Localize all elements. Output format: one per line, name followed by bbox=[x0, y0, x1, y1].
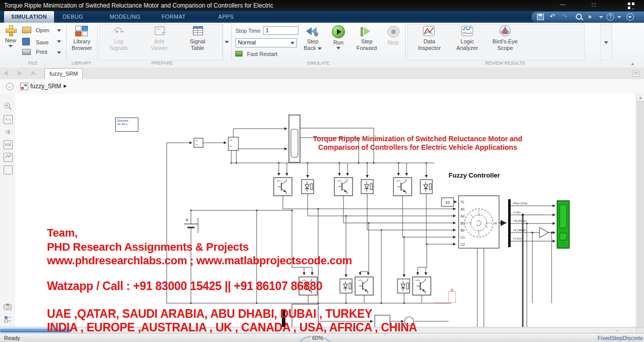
tab-debug[interactable]: DEBUG bbox=[56, 11, 90, 23]
fast-restart-toggle[interactable]: Fast Restart bbox=[235, 51, 277, 57]
diode-block[interactable] bbox=[302, 180, 314, 194]
annotation-icon[interactable]: A☰ bbox=[4, 140, 13, 149]
dotted-selection bbox=[434, 289, 456, 303]
diode-block[interactable] bbox=[340, 279, 352, 293]
model-browser-icon[interactable] bbox=[4, 316, 12, 324]
scroll-down-icon[interactable]: ⌄ bbox=[615, 327, 619, 332]
redo-icon[interactable]: ↷ bbox=[562, 13, 567, 20]
diode-block[interactable] bbox=[361, 180, 373, 194]
review-section-label: REVIEW RESULTS bbox=[477, 61, 533, 66]
fit-to-view-icon[interactable]: ↖↘ bbox=[4, 115, 13, 124]
signal-table-button[interactable]: Signal Table bbox=[184, 25, 211, 51]
step-forward-icon bbox=[361, 26, 374, 36]
print-button[interactable]: Print bbox=[22, 49, 47, 55]
model-tab-fuzzy-srm[interactable]: fuzzy_SRM bbox=[44, 68, 83, 80]
data-inspector-icon bbox=[423, 26, 435, 36]
step-back-button[interactable]: Step Back bbox=[301, 25, 324, 51]
run-icon bbox=[332, 25, 345, 38]
nav-forward-icon[interactable]: ⮞ bbox=[17, 69, 22, 77]
port-label: C1 bbox=[461, 236, 465, 239]
model-title-annotation: Torque Ripple Minimization of Switched R… bbox=[301, 135, 534, 152]
prepare-gallery-caret[interactable] bbox=[222, 24, 231, 60]
simulink-window: Torque Ripple Minimization of Switched R… bbox=[0, 0, 644, 342]
search-icon[interactable] bbox=[576, 14, 582, 20]
zoom-icon[interactable] bbox=[4, 102, 12, 110]
review-gallery-caret[interactable] bbox=[600, 24, 612, 61]
help-caret-icon[interactable] bbox=[617, 16, 621, 18]
screenshot-icon[interactable] bbox=[4, 303, 12, 311]
stop-button[interactable]: Stop bbox=[383, 25, 403, 46]
horizontal-scroll-thumb[interactable] bbox=[0, 328, 71, 332]
birds-eye-scope-button[interactable]: Bird's-Eye Scope bbox=[487, 25, 523, 51]
port-label: A2 bbox=[461, 214, 465, 218]
sim-mode-select[interactable]: Normal bbox=[235, 38, 297, 47]
tab-list-icon[interactable] bbox=[632, 71, 639, 77]
igbt-block[interactable] bbox=[393, 178, 412, 196]
stop-time-input[interactable]: 1 bbox=[263, 26, 299, 35]
model-canvas[interactable]: 10 TL A1 A2 B1 B2 C1 C2 m bbox=[15, 94, 636, 327]
igbt-block[interactable] bbox=[299, 277, 317, 295]
vertical-scroll-thumb[interactable] bbox=[637, 101, 644, 342]
open-caret-icon[interactable] bbox=[57, 29, 61, 32]
image-icon[interactable] bbox=[4, 153, 13, 162]
hide-explorer-icon[interactable]: ← bbox=[6, 83, 14, 90]
machine-output-label: m bbox=[494, 221, 497, 225]
minimize-ribbon-icon[interactable] bbox=[626, 13, 634, 21]
layout-grid-icon[interactable]: ← bbox=[628, 3, 638, 10]
signal-table-icon bbox=[193, 26, 203, 35]
constant-block[interactable]: 10 bbox=[441, 198, 454, 206]
fuzzy-controller-label: Fuzzy Controller bbox=[449, 172, 500, 179]
help-icon[interactable]: ? bbox=[607, 13, 614, 21]
tab-modeling[interactable]: MODELING bbox=[103, 11, 147, 23]
igbt-block[interactable] bbox=[274, 178, 292, 196]
breadcrumb-arrow-icon[interactable]: ▶ bbox=[64, 84, 67, 88]
minimize-button[interactable]: — bbox=[560, 1, 566, 8]
nav-up-icon[interactable]: ⮝ bbox=[30, 69, 36, 77]
gain-block[interactable] bbox=[539, 227, 549, 238]
area-box-icon[interactable] bbox=[4, 165, 13, 175]
route-signals-icon[interactable]: ⇉ bbox=[4, 128, 12, 136]
maximize-button[interactable]: □ bbox=[592, 1, 596, 8]
zoom-level[interactable]: 60% bbox=[311, 335, 324, 341]
tab-format[interactable]: FORMAT bbox=[155, 11, 192, 23]
sum-blocks[interactable] bbox=[194, 137, 238, 150]
tab-simulation[interactable]: SIMULATION bbox=[4, 11, 54, 23]
step-forward-button[interactable]: Step Forward bbox=[354, 25, 380, 51]
tab-apps[interactable]: APPS bbox=[211, 11, 241, 23]
new-button[interactable]: New bbox=[2, 25, 19, 47]
nav-back-icon[interactable]: ⮜ bbox=[4, 69, 9, 77]
library-browser-button[interactable]: Library Browser bbox=[68, 25, 96, 51]
undo-icon[interactable]: ↶ bbox=[550, 13, 555, 20]
diode-block[interactable] bbox=[420, 180, 432, 194]
top-scope-block[interactable] bbox=[289, 115, 300, 162]
add-viewer-button[interactable]: Add Viewer bbox=[144, 25, 174, 51]
igbt-block[interactable] bbox=[355, 277, 373, 295]
more-actions-caret-icon[interactable] bbox=[599, 16, 603, 18]
diode-block[interactable] bbox=[398, 279, 410, 293]
data-inspector-button[interactable]: Data Inspector bbox=[414, 25, 444, 51]
collapse-ribbon-icon[interactable]: ▲ bbox=[630, 61, 636, 65]
powergui-discrete-block[interactable]: Discrete 1e-06 s. bbox=[115, 118, 138, 132]
add-viewer-icon bbox=[155, 26, 165, 35]
scope-block[interactable] bbox=[557, 201, 569, 248]
more-actions-icon[interactable]: » bbox=[588, 13, 591, 20]
srm-machine-block[interactable]: TL A1 A2 B1 B2 C1 C2 m bbox=[459, 196, 499, 248]
igbt-block[interactable] bbox=[413, 277, 431, 295]
print-caret-icon[interactable] bbox=[57, 51, 61, 54]
vertical-scrollbar[interactable]: ▲ bbox=[636, 94, 644, 327]
igbt-block[interactable] bbox=[334, 178, 353, 196]
port-label: A1 bbox=[461, 207, 465, 211]
quick-save-icon[interactable] bbox=[537, 14, 544, 20]
run-button[interactable]: Run bbox=[327, 25, 350, 49]
save-button[interactable]: Save bbox=[22, 38, 48, 45]
scroll-up-icon[interactable]: ▲ bbox=[638, 95, 642, 100]
open-button[interactable]: Open bbox=[22, 27, 49, 33]
breadcrumb-model[interactable]: fuzzy_SRM bbox=[30, 83, 61, 90]
save-caret-icon[interactable] bbox=[57, 40, 61, 43]
log-signals-button[interactable]: Log Signals bbox=[104, 25, 133, 51]
solver-name[interactable]: FixedStepDiscrete bbox=[598, 335, 643, 341]
library-section-label: LIBRARY bbox=[64, 61, 99, 66]
logic-analyzer-button[interactable]: Logic Analyzer bbox=[452, 25, 483, 51]
bottom-subsystem[interactable] bbox=[282, 304, 414, 327]
library-browser-icon bbox=[75, 26, 87, 36]
